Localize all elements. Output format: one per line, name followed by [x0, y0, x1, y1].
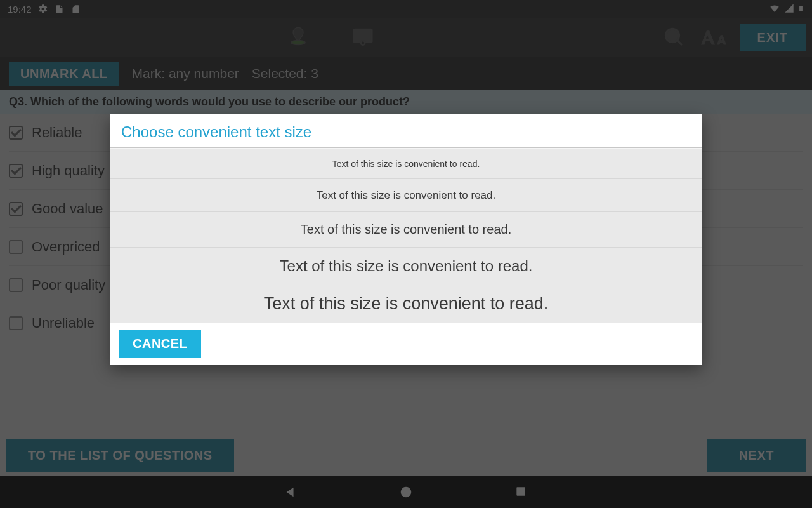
dialog-divider — [110, 147, 702, 149]
text-size-option[interactable]: Text of this size is convenient to read. — [110, 149, 702, 179]
text-size-option[interactable]: Text of this size is convenient to read. — [110, 284, 702, 323]
text-size-option[interactable]: Text of this size is convenient to read. — [110, 212, 702, 248]
text-size-option[interactable]: Text of this size is convenient to read. — [110, 179, 702, 212]
cancel-button[interactable]: CANCEL — [119, 330, 201, 358]
dialog-title: Choose convenient text size — [110, 114, 702, 147]
text-size-option[interactable]: Text of this size is convenient to read. — [110, 248, 702, 284]
text-size-dialog: Choose convenient text size Text of this… — [110, 114, 702, 365]
